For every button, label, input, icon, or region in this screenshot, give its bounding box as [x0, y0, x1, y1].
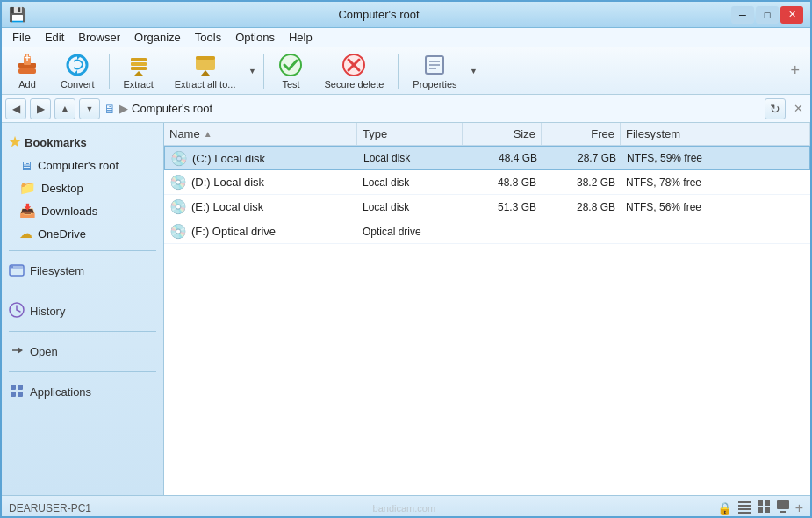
menu-help[interactable]: Help [282, 29, 320, 46]
svg-rect-30 [18, 392, 23, 397]
file-row-e[interactable]: 💿 (E:) Local disk Local disk 51.3 GB 28.… [164, 195, 810, 219]
properties-button[interactable]: Properties [403, 50, 466, 92]
f-disk-icon: 💿 [169, 223, 187, 240]
f-free [542, 230, 621, 234]
secure-delete-button[interactable]: Secure delete [314, 50, 393, 92]
menu-file[interactable]: File [5, 29, 38, 46]
test-icon [278, 53, 303, 77]
maximize-button[interactable]: □ [756, 6, 779, 24]
menu-edit[interactable]: Edit [38, 29, 71, 46]
bookmarks-star-icon: ★ [9, 134, 20, 150]
pc-icon: 🖥 [19, 158, 32, 173]
desktop-folder-icon: 📁 [19, 180, 36, 196]
main-content: ★ Bookmarks 🖥 Computer's root 📁 Desktop … [2, 123, 810, 495]
file-row-d[interactable]: 💿 (D:) Local disk Local disk 48.8 GB 38.… [164, 170, 810, 195]
e-free: 28.8 GB [542, 199, 621, 215]
convert-icon [65, 53, 90, 77]
add-status-button[interactable]: + [795, 500, 803, 516]
col-header-size[interactable]: Size [463, 123, 542, 145]
secure-delete-icon [341, 53, 366, 77]
grid-view-icon[interactable] [757, 500, 771, 516]
file-row-c[interactable]: 💿 (C:) Local disk Local disk 48.4 GB 28.… [164, 146, 810, 170]
svg-text:+: + [24, 53, 31, 64]
extract-button[interactable]: Extract [114, 50, 163, 92]
extract-all-dropdown-arrow[interactable]: ▼ [245, 50, 259, 92]
d-free: 38.2 GB [542, 175, 621, 191]
f-size [463, 230, 542, 234]
close-address-button[interactable]: ✕ [789, 100, 807, 118]
col-header-name[interactable]: Name ▲ [164, 123, 357, 145]
e-name: (E:) Local disk [191, 200, 263, 213]
forward-button[interactable]: ▶ [30, 98, 51, 119]
extract-all-button[interactable]: Extract all to... [165, 50, 246, 92]
menu-organize[interactable]: Organize [127, 29, 188, 46]
c-fs: NTFS, 59% free [622, 150, 809, 166]
secure-delete-label: Secure delete [324, 79, 384, 90]
f-fs [621, 230, 810, 234]
status-right-icons: 🔒 + [717, 500, 803, 516]
svg-rect-0 [18, 68, 36, 74]
svg-point-23 [11, 266, 13, 268]
menu-tools[interactable]: Tools [188, 29, 228, 46]
refresh-button[interactable]: ↻ [765, 98, 786, 119]
svg-rect-36 [765, 500, 770, 506]
back-button[interactable]: ◀ [5, 98, 26, 119]
window-title: Computer's root [26, 8, 731, 21]
history-label: History [30, 305, 65, 318]
list-view-icon[interactable] [737, 500, 751, 516]
lock-status-icon[interactable]: 🔒 [717, 501, 732, 515]
properties-label: Properties [413, 79, 456, 90]
thumbnail-view-icon[interactable] [776, 500, 790, 516]
applications-label: Applications [30, 385, 91, 399]
toolbar: + Add Convert Extract [2, 47, 810, 95]
sidebar-item-onedrive[interactable]: ☁ OneDrive [2, 222, 163, 245]
menu-browser[interactable]: Browser [71, 29, 127, 46]
properties-dropdown-arrow[interactable]: ▼ [467, 50, 481, 92]
svg-rect-37 [758, 507, 763, 513]
sidebar-item-applications[interactable]: Applications [2, 378, 163, 406]
menu-options[interactable]: Options [228, 29, 282, 46]
toolbar-sep-3 [398, 54, 399, 89]
col-header-free[interactable]: Free [542, 123, 621, 145]
sidebar-item-open[interactable]: Open [2, 337, 163, 366]
svg-rect-31 [738, 501, 751, 503]
extract-all-icon [193, 53, 218, 77]
c-disk-icon: 💿 [170, 150, 188, 167]
properties-group: Properties ▼ [403, 50, 480, 92]
svg-rect-29 [11, 392, 16, 397]
sidebar-item-computers-root[interactable]: 🖥 Computer's root [2, 155, 163, 176]
file-row-f[interactable]: 💿 (F:) Optical drive Optical drive [164, 219, 810, 244]
close-button[interactable]: ✕ [780, 6, 803, 24]
col-header-fs[interactable]: Filesystem [621, 123, 810, 145]
sidebar-item-onedrive-label: OneDrive [38, 227, 86, 241]
window-controls: ─ □ ✕ [731, 6, 803, 24]
open-icon [9, 342, 25, 361]
extract-all-group: Extract all to... ▼ [165, 50, 260, 92]
properties-icon [422, 53, 447, 77]
extract-label: Extract [124, 79, 154, 90]
sidebar-divider-2 [9, 291, 156, 291]
file-list-header: Name ▲ Type Size Free Filesystem [164, 123, 810, 146]
svg-rect-32 [738, 505, 751, 507]
sidebar-item-history[interactable]: History [2, 297, 163, 326]
sidebar-item-filesystem[interactable]: Filesystem [2, 256, 163, 285]
add-button[interactable]: + Add [5, 50, 49, 92]
up-button[interactable]: ▲ [54, 98, 75, 119]
sidebar-item-desktop[interactable]: 📁 Desktop [2, 176, 163, 199]
watermark: bandicam.com [91, 503, 717, 514]
add-label: Add [18, 79, 36, 90]
col-header-type[interactable]: Type [357, 123, 463, 145]
minimize-button[interactable]: ─ [731, 6, 754, 24]
app-icon: 💾 [9, 6, 26, 23]
sidebar-item-desktop-label: Desktop [41, 182, 83, 195]
svg-rect-34 [738, 512, 751, 514]
test-button[interactable]: Test [269, 50, 313, 92]
sidebar-item-downloads[interactable]: 📥 Downloads [2, 199, 163, 222]
convert-button[interactable]: Convert [51, 50, 104, 92]
onedrive-icon: ☁ [19, 226, 32, 241]
bookmarks-header[interactable]: ★ Bookmarks [2, 130, 163, 155]
toolbar-add-more[interactable]: + [783, 58, 807, 83]
svg-rect-35 [758, 500, 763, 506]
dropdown-nav-button[interactable]: ▼ [79, 98, 100, 119]
test-label: Test [282, 79, 299, 90]
